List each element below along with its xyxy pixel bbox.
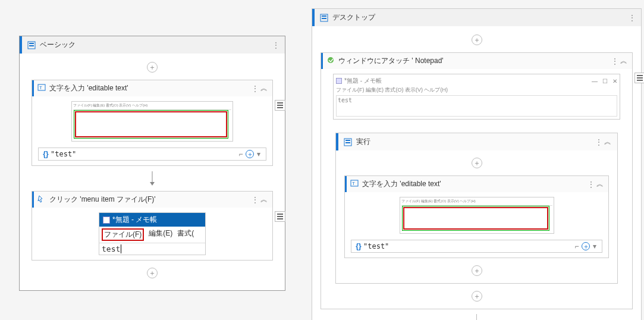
notepad-menu-file: ファイル(F) xyxy=(102,228,144,241)
type-text-value-row: {} "test" ⌐ ＋ ▾ xyxy=(38,148,266,161)
click-activity[interactable]: クリック 'menu item ファイル(F)' ⋮ ︽ *無題 - メモ帳 フ… xyxy=(32,191,273,261)
attach-body: *無題 - メモ帳 — ☐ ✕ ファイル(F) 編集(E) 書式(O) 表示(V… xyxy=(321,69,632,309)
add-activity-r1[interactable]: ＋ xyxy=(321,32,633,48)
type-text-icon-r: T xyxy=(350,179,359,189)
type-text-body: ファイル(F) 編集(E) 書式(O) 表示(V) ヘルプ(H) {} "tes… xyxy=(32,96,272,165)
plus-icon-exec2: ＋ xyxy=(472,265,482,276)
notepad-menu-format: 書式( xyxy=(177,228,194,241)
value-dropdown-icon-r[interactable]: ▾ xyxy=(590,242,599,250)
exec-collapse-icon[interactable]: ︽ xyxy=(603,137,612,147)
type-text-title: 文字を入力 'editable text' xyxy=(49,83,251,93)
add-value-icon[interactable]: ＋ xyxy=(246,150,254,158)
svg-rect-2 xyxy=(29,45,34,46)
value-dropdown-icon[interactable]: ▾ xyxy=(254,150,263,158)
text-caret xyxy=(121,244,121,253)
hamburger-icon[interactable] xyxy=(275,100,285,111)
exec-header[interactable]: 実行 ⋮ ︽ xyxy=(336,133,617,150)
expression-icon[interactable]: {} xyxy=(41,150,51,158)
expression-icon-r[interactable]: {} xyxy=(354,242,363,250)
click-title: クリック 'menu item ファイル(F)' xyxy=(49,194,251,205)
svg-text:T: T xyxy=(39,85,42,90)
expand-icon[interactable]: ⌐ xyxy=(236,150,246,158)
type-text-value[interactable]: "test" xyxy=(51,150,236,158)
preview-selection-inner-r xyxy=(403,207,548,230)
exec-body: ＋ T 文字を入力 'editable text' ⋮ ︽ xyxy=(336,150,617,283)
svg-rect-1 xyxy=(29,43,34,44)
attach-header[interactable]: ウィンドウにアタッチ ' Notepad' ⋮ ︽ xyxy=(321,53,632,69)
attach-thumb-body: test xyxy=(336,95,617,117)
attach-window-activity[interactable]: ウィンドウにアタッチ ' Notepad' ⋮ ︽ *無題 - メモ帳 — ☐ … xyxy=(321,52,633,309)
right-panel-title: デスクトップ xyxy=(332,12,628,23)
target-preview[interactable]: ファイル(F) 編集(E) 書式(O) 表示(V) ヘルプ(H) xyxy=(71,101,233,142)
left-panel-body: ＋ T 文字を入力 'editable text' ⋮ ︽ ファイル(F) 編集… xyxy=(20,54,285,290)
add-activity-top[interactable]: ＋ xyxy=(32,59,273,75)
add-activity-bottom[interactable]: ＋ xyxy=(32,265,273,281)
plus-icon-2: ＋ xyxy=(147,268,158,278)
svg-rect-9 xyxy=(322,18,326,19)
add-value-icon-r[interactable]: ＋ xyxy=(582,242,590,250)
right-panel-header[interactable]: デスクトップ ⋮ xyxy=(312,9,641,26)
plus-icon-r1: ＋ xyxy=(472,34,482,45)
type-text-collapse-icon-r[interactable]: ︽ xyxy=(595,179,605,189)
attach-thumb-menubar: ファイル(F) 編集(E) 書式(O) 表示(V) ヘルプ(H) xyxy=(336,86,617,94)
type-text-body-r: ファイル(F) 編集(E) 書式(O) 表示(V) ヘルプ(H) {} "tes… xyxy=(345,192,608,258)
notepad-titlebar: *無題 - メモ帳 xyxy=(99,213,205,227)
left-panel-title: ベーシック xyxy=(40,40,272,50)
exec-container[interactable]: 実行 ⋮ ︽ ＋ T xyxy=(335,133,618,284)
notepad-title-text: *無題 - メモ帳 xyxy=(112,215,157,225)
right-panel-body: ＋ ウィンドウにアタッチ ' Notepad' ⋮ ︽ *無題 xyxy=(312,26,641,320)
preview-selection-inner xyxy=(75,111,227,137)
svg-marker-6 xyxy=(150,182,155,186)
attach-thumb-titlebar: *無題 - メモ帳 — ☐ ✕ xyxy=(336,77,617,85)
flow-arrow xyxy=(32,171,273,186)
type-text-header-r[interactable]: T 文字を入力 'editable text' ⋮ ︽ xyxy=(345,176,608,192)
collapse-icon[interactable]: ︽ xyxy=(259,83,269,93)
type-text-menu-icon-r[interactable]: ⋮ xyxy=(587,180,595,189)
right-panel-menu-icon[interactable]: ⋮ xyxy=(628,14,636,22)
svg-rect-12 xyxy=(345,140,350,141)
window-max-icon: ☐ xyxy=(602,78,608,84)
flow-line-r xyxy=(321,314,633,320)
plus-icon-exec1: ＋ xyxy=(472,158,482,168)
target-preview-r[interactable]: ファイル(F) 編集(E) 書式(O) 表示(V) ヘルプ(H) xyxy=(400,197,554,234)
expand-icon-r[interactable]: ⌐ xyxy=(572,242,582,250)
click-hamburger-icon[interactable] xyxy=(275,211,285,222)
add-activity-attach-end[interactable]: ＋ xyxy=(327,288,626,304)
plus-icon: ＋ xyxy=(147,62,158,73)
type-text-activity[interactable]: T 文字を入力 'editable text' ⋮ ︽ ファイル(F) 編集(E… xyxy=(32,80,273,166)
click-target-preview[interactable]: *無題 - メモ帳 ファイル(F) 編集(E) 書式( test xyxy=(99,212,206,255)
left-panel-menu-icon[interactable]: ⋮ xyxy=(272,41,280,49)
click-collapse-icon[interactable]: ︽ xyxy=(259,194,269,205)
notepad-body: test xyxy=(99,243,205,255)
type-text-value-r[interactable]: "test" xyxy=(363,242,572,250)
exec-title: 実行 xyxy=(356,137,595,147)
notepad-icon xyxy=(103,217,110,224)
attach-hamburger-icon[interactable] xyxy=(634,73,644,83)
attach-thumb-icon xyxy=(336,78,342,84)
attach-window-preview[interactable]: *無題 - メモ帳 — ☐ ✕ ファイル(F) 編集(E) 書式(O) 表示(V… xyxy=(333,74,620,120)
exec-menu-icon[interactable]: ⋮ xyxy=(595,138,603,146)
type-text-menu-icon[interactable]: ⋮ xyxy=(251,84,259,93)
window-close-icon: ✕ xyxy=(612,78,617,84)
add-activity-exec1[interactable]: ＋ xyxy=(344,155,609,171)
add-activity-exec2[interactable]: ＋ xyxy=(344,263,609,278)
click-menu-icon[interactable]: ⋮ xyxy=(251,196,259,204)
exec-icon xyxy=(343,137,353,147)
left-panel-header[interactable]: ベーシック ⋮ xyxy=(20,36,285,54)
attach-collapse-icon[interactable]: ︽ xyxy=(619,56,629,66)
type-text-icon: T xyxy=(37,83,46,93)
svg-text:T: T xyxy=(352,181,355,186)
right-workflow-panel: デスクトップ ⋮ ＋ ウィンドウにアタッチ ' Notepad' ⋮ ︽ xyxy=(312,8,642,320)
window-min-icon: — xyxy=(592,78,598,84)
type-text-value-row-r: {} "test" ⌐ ＋ ▾ xyxy=(351,240,602,253)
plus-icon-attach-end: ＋ xyxy=(472,291,482,302)
type-text-header[interactable]: T 文字を入力 'editable text' ⋮ ︽ xyxy=(32,80,272,96)
attach-menu-icon[interactable]: ⋮ xyxy=(611,57,619,65)
preview-menubar: ファイル(F) 編集(E) 書式(O) 表示(V) ヘルプ(H) xyxy=(73,103,231,110)
svg-rect-8 xyxy=(322,15,326,17)
click-header[interactable]: クリック 'menu item ファイル(F)' ⋮ ︽ xyxy=(32,192,272,208)
notepad-menu-edit: 編集(E) xyxy=(149,228,172,241)
attach-icon xyxy=(326,56,335,66)
type-text-activity-r[interactable]: T 文字を入力 'editable text' ⋮ ︽ ファイル(F) 編集(E… xyxy=(344,175,609,258)
type-text-title-r: 文字を入力 'editable text' xyxy=(362,179,587,189)
